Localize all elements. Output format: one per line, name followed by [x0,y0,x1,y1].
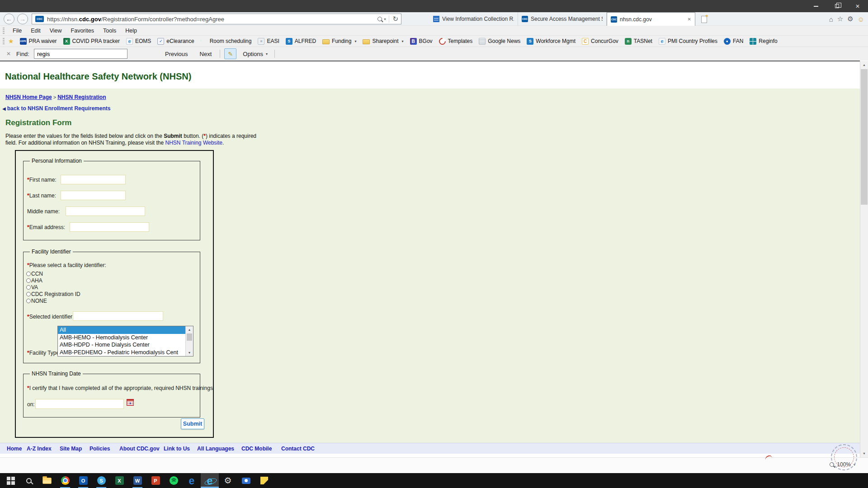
favorite-concurgov[interactable]: CConcurGov [579,38,622,45]
scrollbar-thumb[interactable] [861,69,868,205]
radio-none[interactable]: NONE [26,298,47,304]
menu-file[interactable]: File [8,28,26,34]
scroll-down-icon[interactable]: ▼ [186,349,193,356]
highlight-button[interactable]: ✎ [224,48,236,59]
breadcrumb-registration-link[interactable]: NHSN Registration [57,94,106,100]
footer-link-home[interactable]: Home [7,446,22,452]
footer-link-contact-cdc[interactable]: Contact CDC [281,446,315,452]
footer-link-site-map[interactable]: Site Map [60,446,82,452]
favorite-reginfo[interactable]: Reginfo [746,38,780,45]
tab-view-information[interactable]: View Information Collection R... [429,12,518,26]
menu-favorites[interactable]: Favorites [66,28,99,34]
find-options-button[interactable]: Options▾ [238,51,272,57]
taskbar-camera-app[interactable] [237,473,255,488]
taskbar-skype[interactable]: S [92,473,110,488]
footer-link-az-index[interactable]: A-Z Index [27,446,52,452]
taskbar-chrome[interactable] [56,473,74,488]
selected-identifier-id-field[interactable] [73,311,163,321]
favorite-eoms[interactable]: eEOMS [123,38,154,45]
footer-link-all-languages[interactable]: All Languages [197,446,234,452]
taskbar-sticky-notes[interactable] [255,473,273,488]
facility-type-listbox[interactable]: All AMB-HEMO - Hemodialysis Center AMB-H… [57,326,193,357]
new-tab-button[interactable]: ★ [699,14,709,25]
restore-button[interactable] [826,0,847,12]
listbox-scrollbar[interactable]: ▲ ▼ [185,326,193,356]
calendar-icon[interactable] [127,399,134,406]
find-input[interactable] [34,49,127,59]
breadcrumb-home-link[interactable]: NHSN Home Page [5,94,52,100]
listbox-option-amb-pedhemo[interactable]: AMB-PEDHEMO - Pediatric Hemodialysis Cen… [58,349,185,357]
menu-help[interactable]: Help [121,28,142,34]
find-next-button[interactable]: Next [194,51,218,57]
home-icon[interactable]: ⌂ [829,15,833,23]
taskbar-word[interactable]: W [128,473,146,488]
favorite-eclearance[interactable]: ✓eClearance [154,38,197,45]
taskbar-file-explorer[interactable] [38,473,56,488]
favorite-templates[interactable]: Templates [436,38,476,45]
favorite-fan[interactable]: FAN [721,38,746,45]
menu-edit[interactable]: Edit [26,28,45,34]
listbox-option-amb-hemo[interactable]: AMB-HEMO - Hemodialysis Center [58,334,185,342]
taskbar-outlook[interactable]: O [74,473,92,488]
footer-link-policies[interactable]: Policies [90,446,110,452]
feedback-smiley-icon[interactable]: ☺ [858,15,864,23]
tab-nhsn-active[interactable]: CDC nhsn.cdc.gov ✕ [607,12,695,26]
address-bar[interactable]: CDC https://nhsn.cdc.gov/RegistrationFor… [32,14,401,24]
taskbar-spotify[interactable] [165,473,183,488]
scrollbar-thumb[interactable] [187,333,192,341]
submit-button[interactable]: Submit [181,418,204,429]
drag-handle[interactable] [3,28,5,34]
find-close-icon[interactable]: ✕ [6,51,11,57]
taskbar-settings[interactable]: ⚙ [219,473,237,488]
minimize-button[interactable] [806,0,826,12]
first-name-field[interactable] [61,175,126,184]
favorite-pmi-country-profiles[interactable]: ePMI Country Profiles [656,38,721,45]
radio-ccn[interactable]: CCN [26,271,43,277]
back-to-enrollment-link[interactable]: ◀ back to NHSN Enrollment Requirements [2,105,110,112]
scroll-down-icon[interactable]: ▼ [860,450,868,457]
radio-aha[interactable]: AHA [26,277,42,284]
nhsn-training-website-link[interactable]: NHSN Training Website [165,140,223,146]
vertical-scrollbar[interactable]: ▲ ▼ [860,61,868,457]
favorite-tasnet[interactable]: nTASNet [622,38,656,45]
favorite-workforce-mgmt[interactable]: SWorkforce Mgmt [524,38,579,45]
radio-cdc-registration-id[interactable]: CDC Registration ID [26,291,80,297]
taskbar-internet-explorer-active[interactable]: e [201,473,219,488]
footer-link-link-to-us[interactable]: Link to Us [164,446,190,452]
favorite-funding-folder[interactable]: Funding▾ [319,38,359,44]
footer-link-cdc-mobile[interactable]: CDC Mobile [241,446,272,452]
email-address-field[interactable] [70,222,149,232]
menu-tools[interactable]: Tools [99,28,121,34]
footer-link-about-cdc[interactable]: About CDC.gov [119,446,160,452]
close-button[interactable]: ✕ [847,0,868,12]
middle-name-field[interactable] [66,206,145,216]
find-previous-button[interactable]: Previous [159,51,194,57]
favorite-pra-waiver[interactable]: ASPEPRA waiver [17,38,60,45]
taskbar-powerpoint[interactable]: P [146,473,165,488]
favorite-google-news[interactable]: Google News [476,38,524,45]
favorite-sharepoint-folder[interactable]: Sharepoint▾ [359,38,406,44]
favorite-room-scheduling[interactable]: CR SSRoom scheduling [198,38,255,45]
favorite-alfred[interactable]: SALFRED [283,38,319,45]
refresh-icon[interactable]: ↻ [392,15,398,23]
scroll-up-icon[interactable]: ▲ [860,61,868,69]
tab-secure-access[interactable]: CDC Secure Access Management Se... [518,12,607,26]
favorite-bgov[interactable]: BBGov [407,38,436,45]
last-name-field[interactable] [61,191,126,200]
listbox-option-amb-hdpd[interactable]: AMB-HDPD - Home Dialysis Center [58,341,185,349]
menu-view[interactable]: View [45,28,66,34]
search-caret-icon[interactable]: ▾ [384,17,386,21]
training-date-field[interactable] [35,399,124,409]
add-favorite-star-icon[interactable]: ★ [8,38,14,45]
taskbar-edge[interactable]: e [183,473,201,488]
taskbar-search[interactable] [20,473,38,488]
forward-button[interactable]: → [17,14,28,24]
radio-va[interactable]: VA [26,284,38,291]
start-button[interactable] [2,473,20,488]
taskbar-excel[interactable]: X [110,473,128,488]
gear-icon[interactable]: ⚙ [847,15,853,23]
favorite-easi[interactable]: ≡EASI [255,38,282,45]
favorite-covid-pra-tracker[interactable]: XCOVID PRA tracker [60,38,123,45]
drag-handle[interactable] [3,38,5,44]
listbox-option-all[interactable]: All [58,326,185,334]
